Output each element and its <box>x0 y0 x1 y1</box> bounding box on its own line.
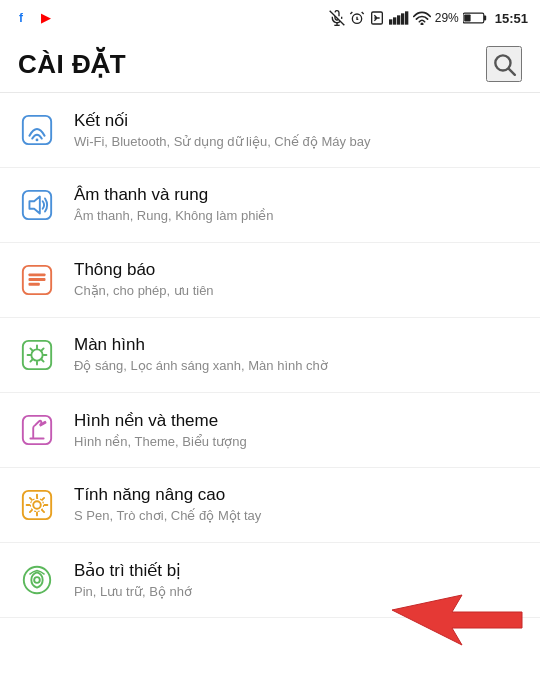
settings-item-bao-tri[interactable]: Bảo trì thiết bị Pin, Lưu trữ, Bộ nhớ <box>0 543 540 618</box>
alarm-icon <box>349 10 365 26</box>
hinh-nen-icon <box>20 413 54 447</box>
svg-rect-15 <box>464 14 470 21</box>
hinh-nen-subtitle: Hình nền, Theme, Biểu tượng <box>74 434 522 451</box>
svg-rect-23 <box>29 273 46 276</box>
ket-noi-text: Kết nối Wi-Fi, Bluetooth, Sử dụng dữ liệ… <box>74 110 522 151</box>
settings-item-thong-bao[interactable]: Thông báo Chặn, cho phép, ưu tiên <box>0 243 540 318</box>
bao-tri-icon-wrap <box>14 557 60 603</box>
svg-line-34 <box>42 348 44 350</box>
tinh-nang-title: Tính năng nâng cao <box>74 485 522 505</box>
ket-noi-title: Kết nối <box>74 110 522 131</box>
thong-bao-text: Thông báo Chặn, cho phép, ưu tiên <box>74 260 522 300</box>
bao-tri-subtitle: Pin, Lưu trữ, Bộ nhớ <box>74 584 522 601</box>
hinh-nen-icon-wrap <box>14 407 60 453</box>
status-bar-left: f ▶ <box>12 9 54 27</box>
bao-tri-text: Bảo trì thiết bị Pin, Lưu trữ, Bộ nhớ <box>74 560 522 601</box>
nfc-icon <box>369 10 385 26</box>
status-bar-right: 29% 15:51 <box>329 10 528 26</box>
ket-noi-icon-wrap <box>14 107 60 153</box>
am-thanh-icon-wrap <box>14 182 60 228</box>
svg-line-32 <box>30 348 32 350</box>
am-thanh-subtitle: Âm thanh, Rung, Không làm phiền <box>74 208 522 225</box>
svg-point-12 <box>421 23 423 25</box>
thong-bao-title: Thông báo <box>74 260 522 280</box>
search-button[interactable] <box>486 46 522 82</box>
facebook-icon: f <box>12 9 30 27</box>
youtube-icon: ▶ <box>36 9 54 27</box>
man-hinh-icon-wrap <box>14 332 60 378</box>
status-bar: f ▶ <box>0 0 540 36</box>
settings-item-tinh-nang[interactable]: Tính năng nâng cao S Pen, Trò chơi, Chế … <box>0 468 540 543</box>
svg-point-42 <box>34 577 40 583</box>
settings-item-ket-noi[interactable]: Kết nối Wi-Fi, Bluetooth, Sử dụng dữ liệ… <box>0 93 540 168</box>
svg-marker-21 <box>29 197 39 214</box>
svg-rect-11 <box>405 11 408 24</box>
am-thanh-icon <box>20 188 54 222</box>
tinh-nang-icon <box>20 488 54 522</box>
signal-icon <box>389 10 409 26</box>
thong-bao-subtitle: Chặn, cho phép, ưu tiên <box>74 283 522 300</box>
bao-tri-title: Bảo trì thiết bị <box>74 560 522 581</box>
svg-rect-10 <box>401 13 404 24</box>
mute-icon <box>329 10 345 26</box>
svg-rect-7 <box>389 19 392 24</box>
settings-item-hinh-nen[interactable]: Hình nền và theme Hình nền, Theme, Biểu … <box>0 393 540 468</box>
svg-line-35 <box>30 360 32 362</box>
svg-line-17 <box>509 69 515 75</box>
svg-rect-14 <box>484 16 486 21</box>
svg-line-33 <box>42 360 44 362</box>
battery-icon <box>463 11 487 25</box>
am-thanh-title: Âm thanh và rung <box>74 185 522 205</box>
tinh-nang-icon-wrap <box>14 482 60 528</box>
tinh-nang-subtitle: S Pen, Trò chơi, Chế độ Một tay <box>74 508 522 525</box>
svg-rect-24 <box>29 278 46 281</box>
page-header: CÀI ĐẶT <box>0 36 540 93</box>
man-hinh-text: Màn hình Độ sáng, Lọc ánh sáng xanh, Màn… <box>74 335 522 375</box>
tinh-nang-text: Tính năng nâng cao S Pen, Trò chơi, Chế … <box>74 485 522 525</box>
settings-item-man-hinh[interactable]: Màn hình Độ sáng, Lọc ánh sáng xanh, Màn… <box>0 318 540 393</box>
settings-list: Kết nối Wi-Fi, Bluetooth, Sử dụng dữ liệ… <box>0 93 540 618</box>
svg-line-5 <box>361 12 363 14</box>
ket-noi-subtitle: Wi-Fi, Bluetooth, Sử dụng dữ liệu, Chế đ… <box>74 134 522 151</box>
hinh-nen-title: Hình nền và theme <box>74 410 522 431</box>
hinh-nen-text: Hình nền và theme Hình nền, Theme, Biểu … <box>74 410 522 451</box>
svg-rect-9 <box>397 15 400 24</box>
svg-line-4 <box>350 12 352 14</box>
man-hinh-subtitle: Độ sáng, Lọc ánh sáng xanh, Màn hình chờ <box>74 358 522 375</box>
wifi-icon <box>413 11 431 25</box>
svg-rect-25 <box>29 283 40 286</box>
time-display: 15:51 <box>495 11 528 26</box>
battery-text: 29% <box>435 11 459 25</box>
ket-noi-icon <box>20 113 54 147</box>
svg-rect-36 <box>23 416 51 444</box>
man-hinh-icon <box>20 338 54 372</box>
settings-item-am-thanh[interactable]: Âm thanh và rung Âm thanh, Rung, Không l… <box>0 168 540 243</box>
search-icon <box>491 51 517 77</box>
svg-rect-8 <box>393 17 396 24</box>
svg-point-39 <box>33 501 41 509</box>
thong-bao-icon <box>20 263 54 297</box>
am-thanh-text: Âm thanh và rung Âm thanh, Rung, Không l… <box>74 185 522 225</box>
bao-tri-icon <box>20 563 54 597</box>
page-title: CÀI ĐẶT <box>18 49 126 80</box>
man-hinh-title: Màn hình <box>74 335 522 355</box>
svg-point-19 <box>36 139 39 142</box>
thong-bao-icon-wrap <box>14 257 60 303</box>
